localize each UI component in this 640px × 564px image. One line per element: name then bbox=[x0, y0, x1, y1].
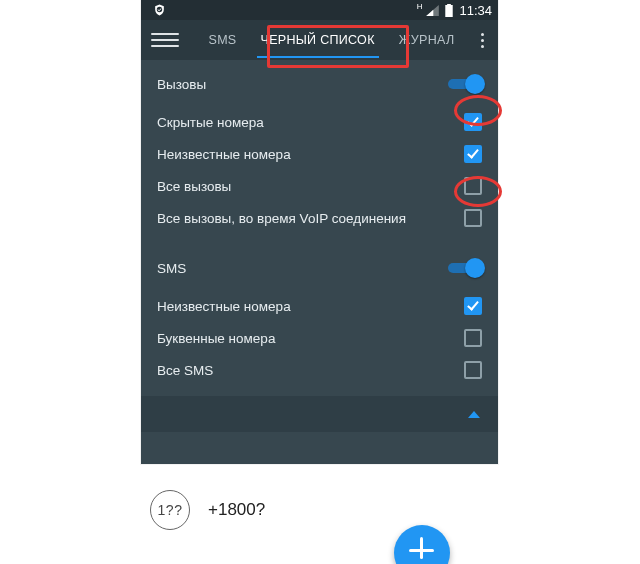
list-item[interactable]: Буквенные номера bbox=[141, 322, 498, 354]
tab-sms-label: SMS bbox=[209, 33, 237, 47]
checkbox[interactable] bbox=[464, 145, 482, 163]
checkbox[interactable] bbox=[464, 177, 482, 195]
tab-journal[interactable]: ЖУРНАЛ bbox=[387, 20, 459, 60]
tabs: SMS ЧЕРНЫЙ СПИСОК ЖУРНАЛ bbox=[183, 20, 472, 60]
menu-icon[interactable] bbox=[147, 26, 183, 54]
checkbox[interactable] bbox=[464, 297, 482, 315]
tab-journal-label: ЖУРНАЛ bbox=[399, 33, 455, 47]
list-item[interactable]: Все вызовы, во время VoIP соединения bbox=[141, 202, 498, 234]
collapse-bar[interactable] bbox=[141, 396, 498, 432]
status-bar: H 11:34 bbox=[141, 0, 498, 20]
number-entry[interactable]: 1?? +1800? bbox=[150, 490, 265, 530]
add-button[interactable] bbox=[394, 525, 450, 564]
tab-blacklist-label: ЧЕРНЫЙ СПИСОК bbox=[261, 33, 375, 47]
sms-header-row: SMS bbox=[141, 252, 498, 284]
item-label: Буквенные номера bbox=[157, 331, 464, 346]
list-item[interactable]: Неизвестные номера bbox=[141, 138, 498, 170]
battery-icon bbox=[445, 4, 453, 17]
item-label: Неизвестные номера bbox=[157, 147, 464, 162]
network-type: H bbox=[417, 2, 423, 11]
shield-icon bbox=[153, 3, 166, 17]
item-label: Неизвестные номера bbox=[157, 299, 464, 314]
entry-number: +1800? bbox=[208, 500, 265, 520]
list-item[interactable]: Скрытые номера bbox=[141, 106, 498, 138]
checkbox[interactable] bbox=[464, 361, 482, 379]
entry-avatar-text: 1?? bbox=[158, 502, 183, 518]
clock: 11:34 bbox=[459, 3, 492, 18]
sms-toggle[interactable] bbox=[448, 259, 482, 277]
calls-toggle[interactable] bbox=[448, 75, 482, 93]
checkbox[interactable] bbox=[464, 329, 482, 347]
entry-avatar: 1?? bbox=[150, 490, 190, 530]
app-bar: SMS ЧЕРНЫЙ СПИСОК ЖУРНАЛ bbox=[141, 20, 498, 60]
list-item[interactable]: Все вызовы bbox=[141, 170, 498, 202]
tab-sms[interactable]: SMS bbox=[197, 20, 249, 60]
phone-screen: H 11:34 SMS ЧЕРНЫЙ СПИСОК ЖУРНАЛ Вызовы bbox=[141, 0, 498, 464]
signal-icon bbox=[426, 5, 439, 16]
overflow-icon[interactable] bbox=[472, 33, 492, 48]
checkbox[interactable] bbox=[464, 209, 482, 227]
list-item[interactable]: Неизвестные номера bbox=[141, 290, 498, 322]
calls-header-row: Вызовы bbox=[141, 68, 498, 100]
list-item[interactable]: Все SMS bbox=[141, 354, 498, 386]
item-label: Скрытые номера bbox=[157, 115, 464, 130]
settings-list: Вызовы Скрытые номера Неизвестные номера… bbox=[141, 60, 498, 390]
tab-blacklist[interactable]: ЧЕРНЫЙ СПИСОК bbox=[249, 20, 387, 60]
chevron-up-icon bbox=[468, 411, 480, 418]
calls-title: Вызовы bbox=[157, 77, 448, 92]
item-label: Все вызовы, во время VoIP соединения bbox=[157, 211, 464, 226]
sms-title: SMS bbox=[157, 261, 448, 276]
item-label: Все SMS bbox=[157, 363, 464, 378]
item-label: Все вызовы bbox=[157, 179, 464, 194]
checkbox[interactable] bbox=[464, 113, 482, 131]
